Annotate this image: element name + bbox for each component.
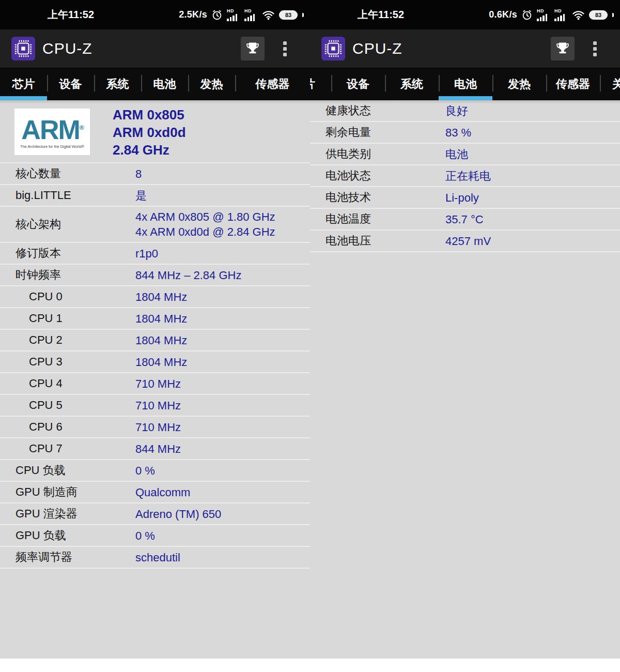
row-value: 电池 — [445, 147, 468, 162]
row-label: CPU 7 — [16, 442, 135, 455]
row-value: Li-poly — [445, 190, 479, 205]
row-label: GPU 负载 — [16, 528, 135, 543]
overflow-menu-icon — [283, 41, 287, 56]
trophy-button[interactable] — [551, 37, 575, 60]
trophy-icon — [555, 41, 570, 57]
row-label: CPU 1 — [16, 312, 135, 325]
row-label: 电池电压 — [326, 233, 445, 249]
info-row: 电池技术 Li-poly — [310, 187, 620, 209]
battery-percent: 83 — [595, 12, 601, 18]
tab[interactable]: 电池 — [439, 68, 492, 100]
signal-hd-icon: HD — [537, 9, 550, 21]
row-value: 正在耗电 — [445, 169, 491, 184]
tab[interactable]: 关 — [600, 68, 620, 100]
cpu-summary: ARM 0x805 ARM 0xd0d 2.84 GHz — [113, 100, 310, 159]
row-value: 710 MHz — [135, 376, 181, 391]
info-row: GPU 负载 0 % — [0, 525, 310, 547]
info-row: 核心架构 4x ARM 0x805 @ 1.80 GHz 4x ARM 0xd0… — [0, 207, 310, 243]
info-row: GPU 制造商 Qualcomm — [0, 482, 310, 503]
row-label: 电池温度 — [326, 211, 445, 227]
row-value: 4x ARM 0x805 @ 1.80 GHz 4x ARM 0xd0d @ 2… — [135, 209, 275, 239]
overflow-menu-button[interactable] — [283, 41, 287, 56]
info-row: 供电类别 电池 — [310, 144, 620, 165]
info-row: CPU 1 1804 MHz — [0, 308, 310, 330]
battery-icon: 83 — [589, 10, 608, 20]
info-row: 健康状态 良好 — [310, 100, 620, 122]
row-label: 电池技术 — [326, 190, 445, 205]
info-row: 电池温度 35.7 °C — [310, 209, 620, 231]
tab[interactable]: 发热 — [188, 68, 235, 100]
info-row: CPU 负载 0 % — [0, 460, 310, 482]
row-label: big.LITTLE — [16, 189, 135, 202]
tab[interactable]: 芯片 — [0, 68, 47, 100]
info-row: CPU 3 1804 MHz — [0, 352, 310, 373]
right-screenshot: 上午11:52 0.6K/s HD HD — [310, 0, 620, 659]
row-value: 0 % — [135, 528, 155, 543]
network-speed: 2.5K/s — [179, 9, 207, 20]
cpu-chip-app-icon — [321, 37, 345, 60]
tab[interactable]: 传感器 — [546, 68, 600, 100]
row-label: CPU 0 — [16, 290, 135, 303]
info-row: 频率调节器 schedutil — [0, 547, 310, 569]
info-row: CPU 0 1804 MHz — [0, 286, 310, 308]
app-title: CPU-Z — [352, 40, 402, 57]
row-value: 0 % — [135, 463, 155, 478]
alarm-icon — [521, 9, 533, 21]
clock-time: 上午11:52 — [48, 8, 94, 22]
tab-label: 芯片 — [12, 77, 35, 92]
tab-label: 设备 — [347, 77, 369, 92]
signal-hd-icon: HD — [227, 9, 240, 21]
row-value: 4257 mV — [445, 234, 491, 249]
info-row: 剩余电量 83 % — [310, 122, 620, 144]
tab[interactable]: 系统 — [94, 68, 141, 100]
tab[interactable]: 发热 — [492, 68, 546, 100]
overflow-menu-icon — [593, 41, 597, 56]
info-row: 修订版本 r1p0 — [0, 243, 310, 265]
info-row: big.LITTLE 是 — [0, 185, 310, 207]
info-row: 电池状态 正在耗电 — [310, 165, 620, 187]
tab[interactable]: 传感器 — [235, 68, 310, 100]
tab[interactable]: 设备 — [331, 68, 385, 100]
row-label: CPU 5 — [16, 399, 135, 412]
row-label: 供电类别 — [326, 146, 445, 162]
info-row: CPU 7 844 MHz — [0, 438, 310, 460]
tab-bar: 芯片 设备 系统 电池 发热 传感器 — [0, 68, 310, 100]
row-label: CPU 4 — [16, 377, 135, 390]
row-value: 844 MHz — [135, 441, 181, 456]
trophy-button[interactable] — [241, 37, 265, 60]
info-row: CPU 6 710 MHz — [0, 417, 310, 438]
tab[interactable]: 片 — [310, 68, 331, 100]
row-value: 是 — [135, 188, 147, 203]
row-value: r1p0 — [135, 246, 158, 261]
tab-label: 系统 — [106, 77, 129, 92]
battery-percent: 83 — [285, 12, 291, 18]
row-label: CPU 6 — [16, 420, 135, 434]
row-label: 剩余电量 — [326, 125, 445, 140]
tab[interactable]: 系统 — [385, 68, 439, 100]
tab[interactable]: 电池 — [141, 68, 188, 100]
arm-tagline: The Architecture for the Digital World® — [20, 144, 84, 149]
tab-label: 电池 — [153, 77, 176, 92]
row-value: 710 MHz — [135, 420, 181, 435]
row-label: GPU 制造商 — [16, 484, 135, 500]
clock-time: 上午11:52 — [358, 8, 404, 22]
tab-label: 设备 — [59, 77, 82, 92]
row-label: CPU 负载 — [16, 463, 135, 478]
row-value: 1804 MHz — [135, 333, 187, 348]
row-label: CPU 2 — [16, 333, 135, 347]
row-value: 8 — [135, 166, 142, 181]
wifi-icon — [572, 10, 585, 20]
info-row: CPU 4 710 MHz — [0, 373, 310, 395]
tab-label: 传感器 — [556, 77, 590, 92]
app-bar: CPU-Z — [310, 29, 620, 68]
cpu-header: ARM® The Architecture for the Digital Wo… — [0, 100, 310, 163]
status-bar: 上午11:52 0.6K/s HD HD — [310, 0, 620, 29]
tab-label: 电池 — [454, 77, 477, 92]
tab[interactable]: 设备 — [47, 68, 94, 100]
row-value: 35.7 °C — [445, 212, 484, 227]
signal-hd-icon: HD — [244, 9, 258, 21]
alarm-icon — [211, 9, 223, 21]
overflow-menu-button[interactable] — [593, 41, 597, 56]
row-label: GPU 渲染器 — [16, 506, 135, 522]
row-value: 1804 MHz — [135, 311, 187, 326]
